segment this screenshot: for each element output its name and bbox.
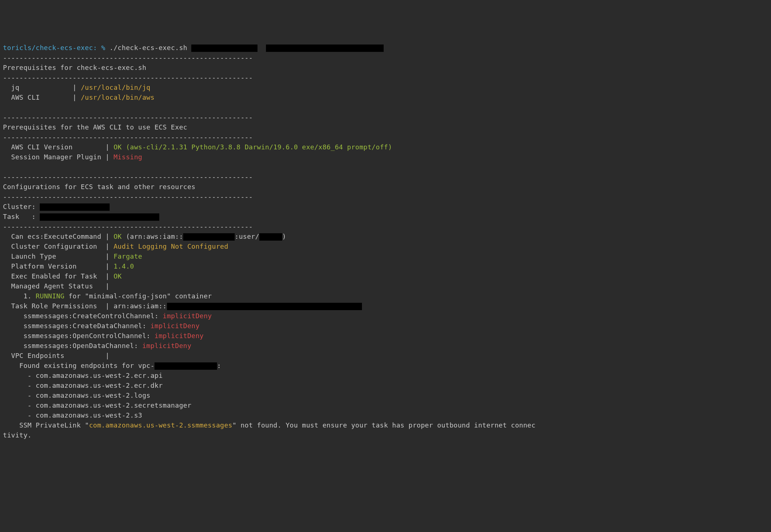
session-mgr-label: Session Manager Plugin [11, 153, 101, 161]
perm-result: implicitDeny [154, 332, 204, 340]
launch-type-value: Fargate [114, 252, 142, 260]
endpoint: - com.amazonaws.us-west-2.ecr.api [28, 372, 163, 379]
arn-post: ) [282, 233, 286, 240]
arn-mid: :user/ [235, 233, 259, 240]
ssm-endpoint-name: com.amazonaws.us-west-2.ssmmessages [89, 421, 232, 429]
status-missing: Missing [114, 153, 142, 161]
vpc-found: Found existing endpoints for vpc- [19, 362, 155, 369]
prompt-symbol: % [101, 44, 105, 52]
divider: ----------------------------------------… [3, 54, 253, 61]
cluster-config-label: Cluster Configuration [11, 242, 97, 250]
command-text: ./check-ecs-exec.sh [110, 44, 188, 52]
redacted [183, 233, 235, 241]
platform-version-label: Platform Version [11, 262, 77, 270]
sep: | [105, 143, 109, 151]
section-title: Prerequisites for the AWS CLI to use ECS… [3, 123, 187, 131]
redacted [167, 303, 362, 310]
redacted [191, 45, 257, 52]
task-label: Task : [3, 213, 36, 220]
perm-result: implicitDeny [142, 342, 192, 350]
divider: ----------------------------------------… [3, 133, 253, 141]
prompt-path: toricls/check-ecs-exec: [3, 44, 97, 52]
divider: ----------------------------------------… [3, 193, 253, 201]
arn-prefix: (arn:aws:iam:: [126, 233, 183, 240]
aws-cli-version-detail: (aws-cli/2.1.31 Python/3.8.8 Darwin/19.6… [126, 143, 392, 151]
container-detail: for "minimal-config-json" container [68, 292, 212, 300]
perm-action: ssmmessages:OpenControlChannel: [24, 332, 150, 340]
awscli-label: AWS CLI [11, 93, 40, 101]
status-ok: OK [114, 272, 122, 280]
endpoint: - com.amazonaws.us-west-2.ecr.dkr [28, 382, 163, 389]
ssm-post-wrap: tivity. [3, 431, 32, 439]
status-ok: OK [114, 143, 122, 151]
perm-result: implicitDeny [163, 312, 212, 320]
colon: : [217, 362, 221, 369]
status-running: RUNNING [36, 292, 64, 300]
execute-cmd-label: Can ecs:ExecuteCommand [11, 233, 101, 240]
endpoint: - com.amazonaws.us-west-2.secretsmanager [28, 401, 191, 409]
redacted [40, 213, 159, 221]
perm-result: implicitDeny [150, 322, 200, 330]
terminal-output: toricls/check-ecs-exec: % ./check-ecs-ex… [3, 43, 768, 440]
section-title: Prerequisites for check-ecs-exec.sh [3, 64, 146, 71]
divider: ----------------------------------------… [3, 173, 253, 181]
status-ok: OK [114, 233, 122, 240]
redacted [259, 233, 282, 241]
sep: | [105, 272, 109, 280]
endpoint: - com.amazonaws.us-west-2.s3 [28, 411, 142, 419]
arn-prefix: arn:aws:iam:: [114, 302, 167, 310]
perm-action: ssmmessages:OpenDataChannel: [24, 342, 138, 350]
managed-agent-label: Managed Agent Status [11, 282, 93, 290]
ssm-post: " not found. You must ensure your task h… [232, 421, 536, 429]
prompt-line: toricls/check-ecs-exec: % ./check-ecs-ex… [3, 44, 384, 52]
vpc-endpoints-label: VPC Endpoints [11, 352, 64, 359]
sep: | [105, 242, 109, 250]
redacted [266, 45, 384, 52]
redacted [154, 362, 217, 370]
divider: ----------------------------------------… [3, 74, 253, 81]
sep: | [105, 262, 109, 270]
sep: | [105, 352, 109, 359]
aws-cli-version-label: AWS CLI Version [11, 143, 72, 151]
endpoint: - com.amazonaws.us-west-2.logs [28, 391, 150, 399]
sep: | [72, 93, 77, 101]
jq-path: /usr/local/bin/jq [81, 84, 150, 91]
launch-type-label: Launch Type [11, 252, 56, 260]
sep: | [105, 252, 109, 260]
cluster-label: Cluster: [3, 203, 36, 210]
jq-label: jq [11, 84, 19, 91]
perm-action: ssmmessages:CreateControlChannel: [24, 312, 159, 320]
sep: | [105, 153, 109, 161]
sep: | [105, 282, 109, 290]
item-number: 1. [24, 292, 32, 300]
section-title: Configurations for ECS task and other re… [3, 183, 195, 191]
task-role-label: Task Role Permissions [11, 302, 97, 310]
divider: ----------------------------------------… [3, 223, 253, 230]
sep: | [105, 233, 109, 240]
sep: | [72, 84, 77, 91]
divider: ----------------------------------------… [3, 113, 253, 121]
redacted [40, 203, 110, 211]
perm-action: ssmmessages:CreateDataChannel: [24, 322, 146, 330]
platform-version-value: 1.4.0 [114, 262, 134, 270]
cluster-config-status: Audit Logging Not Configured [114, 242, 228, 250]
awscli-path: /usr/local/bin/aws [81, 93, 154, 101]
exec-enabled-label: Exec Enabled for Task [11, 272, 97, 280]
ssm-pre: SSM PrivateLink " [19, 421, 89, 429]
sep: | [105, 302, 109, 310]
